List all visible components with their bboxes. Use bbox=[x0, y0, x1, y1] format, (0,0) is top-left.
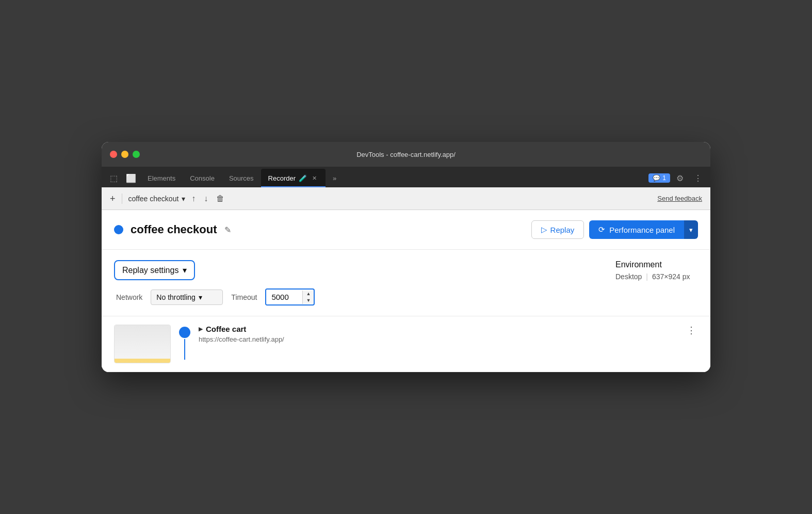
cursor-icon-btn[interactable]: ⬚ bbox=[106, 169, 122, 187]
recording-name-label: coffee checkout bbox=[128, 195, 179, 203]
add-recording-button[interactable]: + bbox=[110, 194, 116, 203]
settings-controls: Network No throttling ▾ Timeout ▲ ▼ bbox=[114, 288, 584, 306]
recording-title: coffee checkout bbox=[131, 223, 217, 236]
devtools-window: DevTools - coffee-cart.netlify.app/ ⬚ ⬜ … bbox=[102, 142, 710, 372]
step-info: ▶ Coffee cart https://coffee-cart.netlif… bbox=[199, 325, 676, 343]
performance-panel-dropdown[interactable]: ▾ bbox=[684, 220, 698, 239]
environment-info: Environment Desktop | 637×924 px bbox=[584, 260, 698, 281]
timeout-increment-button[interactable]: ▲ bbox=[303, 291, 314, 297]
timeout-spinners: ▲ ▼ bbox=[302, 291, 314, 304]
settings-icon-btn[interactable]: ⚙ bbox=[672, 169, 688, 187]
chevron-down-icon: ▾ bbox=[182, 195, 185, 203]
timeout-decrement-button[interactable]: ▼ bbox=[303, 297, 314, 304]
export-button[interactable]: ↑ bbox=[189, 192, 198, 205]
more-vert-icon: ⋮ bbox=[694, 173, 702, 183]
gear-icon: ⚙ bbox=[676, 173, 684, 183]
maximize-button[interactable] bbox=[133, 151, 140, 158]
performance-panel-label: Performance panel bbox=[609, 226, 675, 234]
recording-selector[interactable]: coffee checkout ▾ bbox=[128, 195, 186, 203]
tab-console[interactable]: Console bbox=[183, 169, 222, 187]
devtools-tab-bar: ⬚ ⬜ Elements Console Sources Recorder 🧪 … bbox=[102, 167, 710, 187]
network-throttling-select[interactable]: No throttling ▾ bbox=[151, 290, 223, 305]
recording-status-dot bbox=[114, 225, 123, 234]
titlebar: DevTools - coffee-cart.netlify.app/ bbox=[102, 142, 710, 167]
replay-settings-label: Replay settings bbox=[122, 266, 178, 275]
close-button[interactable] bbox=[110, 151, 117, 158]
chevron-down-icon: ▾ bbox=[199, 293, 202, 301]
network-value: No throttling bbox=[156, 293, 195, 301]
timeout-input[interactable] bbox=[266, 290, 302, 304]
performance-panel-button[interactable]: ⟳ Performance panel bbox=[589, 220, 684, 239]
more-vert-icon: ⋮ bbox=[687, 325, 696, 335]
settings-panel: Replay settings ▾ Network No throttling … bbox=[102, 250, 710, 316]
titlebar-buttons bbox=[110, 151, 140, 158]
replay-button[interactable]: ▷ Replay bbox=[531, 220, 584, 239]
titlebar-title: DevTools - coffee-cart.netlify.app/ bbox=[356, 151, 456, 158]
trash-icon: 🗑 bbox=[216, 194, 224, 203]
step-item: ▶ Coffee cart https://coffee-cart.netlif… bbox=[102, 316, 710, 372]
steps-section: ▶ Coffee cart https://coffee-cart.netlif… bbox=[102, 316, 710, 372]
network-label: Network bbox=[116, 293, 142, 301]
environment-details: Desktop | 637×924 px bbox=[615, 272, 698, 281]
upload-icon: ↑ bbox=[191, 194, 196, 203]
play-icon: ▷ bbox=[541, 225, 547, 234]
tab-elements[interactable]: Elements bbox=[140, 169, 183, 187]
chevron-down-icon: ▾ bbox=[183, 265, 187, 275]
send-feedback-button[interactable]: Send feedback bbox=[657, 195, 702, 202]
edit-title-button[interactable]: ✎ bbox=[222, 223, 233, 237]
import-button[interactable]: ↓ bbox=[202, 192, 210, 205]
env-separator: | bbox=[646, 272, 648, 281]
performance-icon: ⟳ bbox=[598, 225, 605, 234]
badge-count: 1 bbox=[662, 174, 666, 182]
tab-sources[interactable]: Sources bbox=[222, 169, 261, 187]
settings-left: Replay settings ▾ Network No throttling … bbox=[114, 260, 584, 306]
download-icon: ↓ bbox=[204, 194, 208, 203]
timeout-label: Timeout bbox=[231, 293, 257, 301]
recorder-tab-close[interactable]: ✕ bbox=[310, 174, 318, 182]
tab-more[interactable]: » bbox=[326, 169, 344, 187]
replay-label: Replay bbox=[550, 226, 575, 234]
step-dot bbox=[179, 327, 190, 338]
step-url: https://coffee-cart.netlify.app/ bbox=[199, 335, 676, 343]
step-thumbnail bbox=[114, 325, 171, 363]
more-options-btn[interactable]: ⋮ bbox=[690, 169, 706, 187]
recording-actions: ▷ Replay ⟳ Performance panel ▾ bbox=[531, 220, 698, 239]
chat-icon: 💬 bbox=[653, 174, 660, 182]
tab-recorder[interactable]: Recorder 🧪 ✕ bbox=[261, 169, 326, 187]
environment-resolution: 637×924 px bbox=[652, 272, 690, 281]
recorder-flask-icon: 🧪 bbox=[299, 174, 307, 182]
chevron-down-icon: ▾ bbox=[689, 226, 693, 234]
recording-header: coffee checkout ✎ ▷ Replay ⟳ Performance… bbox=[102, 210, 710, 250]
step-title: ▶ Coffee cart bbox=[199, 325, 676, 333]
step-title-text: Coffee cart bbox=[206, 325, 246, 333]
performance-panel-group: ⟳ Performance panel ▾ bbox=[589, 220, 698, 239]
environment-device: Desktop bbox=[615, 272, 642, 281]
replay-settings-toggle[interactable]: Replay settings ▾ bbox=[114, 260, 195, 280]
thumbnail-preview bbox=[115, 325, 170, 363]
devtools-right-icons: 💬 1 ⚙ ⋮ bbox=[648, 169, 706, 187]
device-icon-btn[interactable]: ⬜ bbox=[122, 169, 140, 187]
environment-title: Environment bbox=[615, 260, 698, 269]
chat-badge-button[interactable]: 💬 1 bbox=[648, 173, 670, 183]
toolbar-divider bbox=[122, 194, 122, 204]
step-expand-button[interactable]: ▶ bbox=[199, 326, 203, 332]
thumbnail-bar bbox=[115, 359, 170, 363]
minimize-button[interactable] bbox=[121, 151, 128, 158]
recorder-toolbar: + coffee checkout ▾ ↑ ↓ 🗑 Send feedback bbox=[102, 187, 710, 210]
step-menu-button[interactable]: ⋮ bbox=[685, 325, 698, 336]
plus-icon: + bbox=[110, 194, 116, 204]
step-line bbox=[184, 339, 185, 360]
main-content: coffee checkout ✎ ▷ Replay ⟳ Performance… bbox=[102, 210, 710, 372]
timeout-input-wrapper: ▲ ▼ bbox=[265, 288, 315, 306]
delete-button[interactable]: 🗑 bbox=[214, 192, 226, 205]
step-connector bbox=[179, 327, 190, 360]
edit-icon: ✎ bbox=[224, 226, 231, 234]
